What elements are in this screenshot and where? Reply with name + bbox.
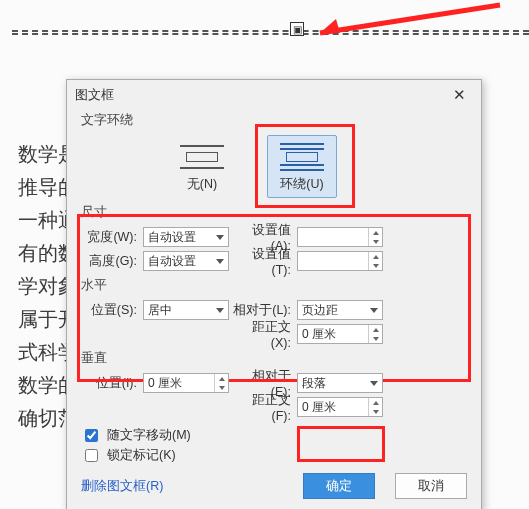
move-with-text-label: 随文字移动(M) (107, 427, 191, 444)
delete-frame-link[interactable]: 删除图文框(R) (81, 478, 163, 495)
frame-border-dashed (12, 30, 529, 32)
height-set-input[interactable] (297, 251, 383, 271)
frame-handle[interactable]: ▣ (290, 22, 304, 36)
vrel-select[interactable]: 段落 (297, 373, 383, 393)
hrel-label: 相对于(L): (233, 302, 293, 319)
width-set-input[interactable] (297, 227, 383, 247)
lock-anchor-checkbox[interactable]: 锁定标记(K) (81, 445, 467, 465)
vdist-label: 距正文(F): (233, 392, 293, 423)
height-label: 高度(G): (81, 253, 139, 270)
height-set-label: 设置值(T): (233, 246, 293, 277)
wrap-option-around[interactable]: 环绕(U) (267, 135, 337, 198)
hrel-select[interactable]: 页边距 (297, 300, 383, 320)
wrap-option-none[interactable]: 无(N) (167, 135, 237, 198)
vdist-input[interactable]: 0 厘米 (297, 397, 383, 417)
wrap-around-label: 环绕(U) (272, 176, 332, 193)
move-with-text-checkbox[interactable]: 随文字移动(M) (81, 425, 467, 445)
section-horizontal: 水平 (67, 275, 481, 294)
wrap-around-icon (280, 142, 324, 172)
section-size: 尺寸 (67, 202, 481, 221)
annotation-arrow (310, 0, 510, 50)
width-label: 宽度(W): (81, 229, 139, 246)
vpos-input[interactable]: 0 厘米 (143, 373, 229, 393)
hdist-label: 距正文(X): (233, 319, 293, 350)
wrap-none-label: 无(N) (172, 176, 232, 193)
lock-anchor-label: 锁定标记(K) (107, 447, 176, 464)
vpos-label: 位置(I): (81, 375, 139, 392)
section-text-wrap: 文字环绕 (67, 110, 481, 131)
ok-button[interactable]: 确定 (303, 473, 375, 499)
frame-dialog: 图文框 ✕ 文字环绕 无(N) 环绕(U) 尺寸 宽度(W): 自动设置 设置值… (66, 79, 482, 509)
hpos-select[interactable]: 居中 (143, 300, 229, 320)
height-select[interactable]: 自动设置 (143, 251, 229, 271)
dialog-titlebar[interactable]: 图文框 ✕ (67, 80, 481, 110)
hpos-label: 位置(S): (81, 302, 139, 319)
hdist-input[interactable]: 0 厘米 (297, 324, 383, 344)
section-vertical: 垂直 (67, 348, 481, 367)
svg-line-0 (320, 5, 500, 33)
frame-border-dashed (12, 33, 529, 35)
cancel-button[interactable]: 取消 (395, 473, 467, 499)
width-select[interactable]: 自动设置 (143, 227, 229, 247)
wrap-none-icon (180, 142, 224, 172)
close-button[interactable]: ✕ (445, 84, 473, 106)
dialog-title: 图文框 (75, 86, 114, 104)
